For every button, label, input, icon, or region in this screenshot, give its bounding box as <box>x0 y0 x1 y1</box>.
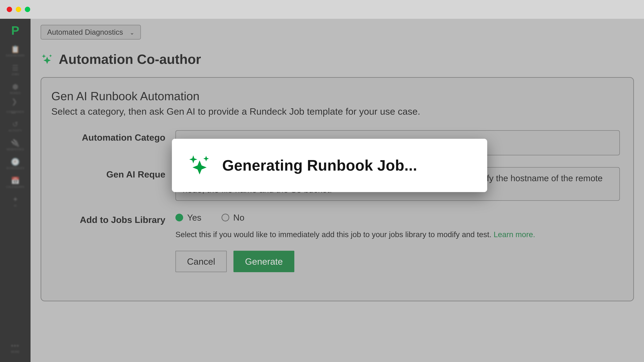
app-logo: P <box>0 22 30 39</box>
radio-empty-icon <box>222 214 229 221</box>
window-maximize-icon[interactable] <box>25 7 30 12</box>
sparkle-icon <box>40 53 54 66</box>
clock-icon: 🕘 <box>12 158 19 166</box>
helper-text: Select this if you would like to immedia… <box>176 230 620 239</box>
sidebar-item-more[interactable]: ••• MORE <box>11 342 20 354</box>
page-title: Automation Co-author <box>59 52 201 67</box>
learn-more-link[interactable]: Learn more. <box>494 230 535 239</box>
sidebar-item-schedules[interactable]: 🕘 SCHEDULES <box>6 158 24 170</box>
sidebar-item-webhooks[interactable]: 🔌 WEBHOOKS <box>6 139 24 151</box>
sparkle-icon: ✦ <box>12 195 19 203</box>
sidebar-item-calendars[interactable]: 📅 CALENDARS <box>6 177 24 189</box>
automation-category-input[interactable] <box>176 130 620 155</box>
clipboard-icon: 📋 <box>12 45 19 53</box>
panel-title: Gen AI Runbook Automation <box>51 89 623 103</box>
generate-button[interactable]: Generate <box>234 251 294 272</box>
coauthor-panel: Gen AI Runbook Automation Select a categ… <box>40 77 634 301</box>
more-icon: ••• <box>11 342 20 349</box>
terminal-icon: ❯_ <box>12 102 19 109</box>
cancel-button[interactable]: Cancel <box>176 251 227 272</box>
sidebar-item-dashboard[interactable]: 📋 DASHBOARD <box>6 45 25 57</box>
nodes-icon: ⬢ <box>12 83 19 90</box>
project-dropdown[interactable]: Automated Diagnostics ⌄ <box>40 25 141 39</box>
radio-yes[interactable]: Yes <box>176 213 202 223</box>
main-content: Automated Diagnostics ⌄ Automation Co-au… <box>30 19 644 362</box>
plug-icon: 🔌 <box>12 139 19 147</box>
panel-subtitle: Select a category, then ask Gen AI to pr… <box>51 106 623 117</box>
radio-no[interactable]: No <box>222 213 244 223</box>
window-minimize-icon[interactable] <box>16 7 21 12</box>
chevron-down-icon: ⌄ <box>130 29 134 36</box>
project-dropdown-label: Automated Diagnostics <box>47 28 123 36</box>
sidebar-item-jobs[interactable]: ☰ JOBS <box>12 64 19 76</box>
sidebar: P 📋 DASHBOARD ☰ JOBS ⬢ NODES ❯_ COMMANDS <box>0 19 30 362</box>
gen-ai-request-textarea[interactable]: a directory on a remote node to an S3 bu… <box>176 167 620 201</box>
history-icon: ↺ <box>12 120 19 128</box>
list-icon: ☰ <box>12 64 19 72</box>
add-to-jobs-library-label: Add to Jobs Library <box>51 213 165 225</box>
sidebar-item-activity[interactable]: ↺ ACTIVITY <box>8 120 22 132</box>
gen-ai-request-label: Gen AI Reque <box>51 167 165 179</box>
calendar-icon: 📅 <box>12 177 19 184</box>
automation-category-label: Automation Catego <box>51 130 165 143</box>
sidebar-item-nodes[interactable]: ⬢ NODES <box>10 83 21 95</box>
window-titlebar <box>0 0 644 19</box>
radio-filled-icon <box>176 214 183 221</box>
sidebar-item-ai[interactable]: ✦ AI <box>12 195 19 207</box>
window-close-icon[interactable] <box>7 7 12 12</box>
sidebar-item-commands[interactable]: ❯_ COMMANDS <box>6 102 24 114</box>
